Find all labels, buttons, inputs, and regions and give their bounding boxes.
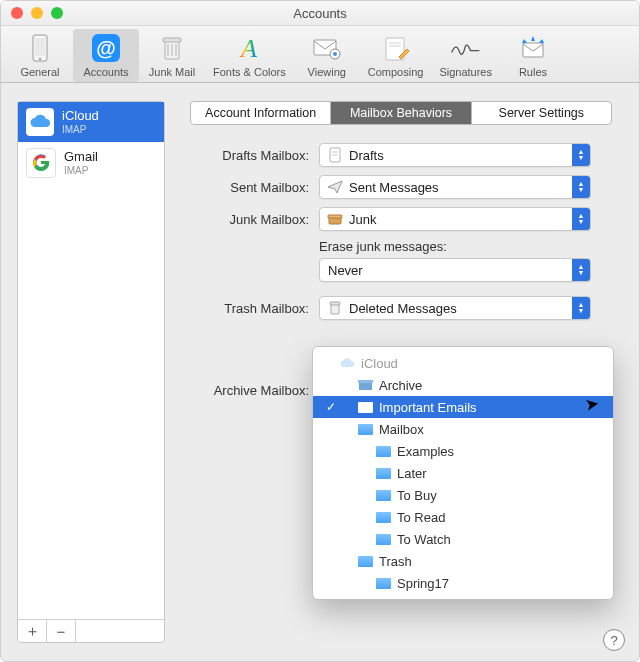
- account-tabs: Account Information Mailbox Behaviors Se…: [190, 101, 612, 125]
- remove-account-button[interactable]: −: [47, 620, 76, 642]
- tab-viewing[interactable]: Viewing: [294, 29, 360, 82]
- archive-mailbox-dropdown: iCloud Archive ✓ Important Emails Mailbo…: [312, 346, 614, 600]
- folder-icon: [375, 443, 391, 459]
- dropdown-item-examples[interactable]: Examples: [313, 440, 613, 462]
- dropdown-item-trash[interactable]: Trash: [313, 550, 613, 572]
- updown-arrows-icon: ▲▼: [572, 176, 590, 198]
- window-title: Accounts: [1, 6, 639, 21]
- drafts-mailbox-popup[interactable]: Drafts ▲▼: [319, 143, 591, 167]
- google-icon: [26, 148, 56, 178]
- dropdown-item-important-emails[interactable]: ✓ Important Emails: [313, 396, 613, 418]
- svg-rect-27: [328, 215, 342, 218]
- dropdown-item-archive[interactable]: Archive: [313, 374, 613, 396]
- preferences-toolbar: General @ Accounts Junk Mail A Fonts & C…: [1, 26, 639, 83]
- help-button[interactable]: ?: [603, 629, 625, 651]
- junk-box-icon: [326, 210, 344, 228]
- sidebar-footer: ＋ −: [18, 619, 164, 642]
- accounts-sidebar: iCloud IMAP Gmail IMAP ＋ −: [17, 101, 165, 643]
- checkmark-icon: ✓: [323, 400, 339, 414]
- accounts-list: iCloud IMAP Gmail IMAP: [18, 102, 164, 619]
- account-detail-panel: Account Information Mailbox Behaviors Se…: [179, 101, 623, 643]
- account-type: IMAP: [62, 124, 99, 135]
- updown-arrows-icon: ▲▼: [572, 297, 590, 319]
- junk-label: Junk Mailbox:: [179, 212, 319, 227]
- phone-icon: [23, 31, 57, 65]
- folder-icon: [357, 399, 373, 415]
- tab-composing[interactable]: Composing: [360, 29, 432, 82]
- svg-rect-29: [330, 302, 340, 305]
- tab-general[interactable]: General: [7, 29, 73, 82]
- updown-arrows-icon: ▲▼: [572, 144, 590, 166]
- tab-fonts-colors[interactable]: A Fonts & Colors: [205, 29, 294, 82]
- svg-marker-21: [539, 39, 544, 43]
- account-type: IMAP: [64, 165, 98, 176]
- junk-mailbox-popup[interactable]: Junk ▲▼: [319, 207, 591, 231]
- sent-label: Sent Mailbox:: [179, 180, 319, 195]
- svg-rect-31: [358, 380, 373, 383]
- svg-marker-19: [531, 36, 535, 41]
- at-sign-icon: @: [89, 31, 123, 65]
- svg-point-13: [333, 52, 337, 56]
- account-name: iCloud: [62, 109, 99, 123]
- svg-text:A: A: [239, 34, 257, 63]
- content-area: iCloud IMAP Gmail IMAP ＋ −: [1, 83, 639, 661]
- dropdown-item-mailbox[interactable]: Mailbox: [313, 418, 613, 440]
- envelope-eye-icon: [310, 31, 344, 65]
- document-icon: [326, 146, 344, 164]
- tab-account-information[interactable]: Account Information: [191, 102, 331, 124]
- folder-icon: [375, 487, 391, 503]
- folder-icon: [375, 575, 391, 591]
- folder-icon: [375, 465, 391, 481]
- trash-bin-icon: [155, 31, 189, 65]
- dropdown-item-to-watch[interactable]: To Watch: [313, 528, 613, 550]
- updown-arrows-icon: ▲▼: [572, 259, 590, 281]
- archive-label: Archive Mailbox:: [179, 383, 319, 398]
- archive-box-icon: [357, 377, 373, 393]
- account-name: Gmail: [64, 150, 98, 164]
- cloud-icon: [339, 355, 355, 371]
- rules-icon: [516, 31, 550, 65]
- tab-mailbox-behaviors[interactable]: Mailbox Behaviors: [331, 102, 471, 124]
- trash-can-icon: [326, 299, 344, 317]
- tab-junk-mail[interactable]: Junk Mail: [139, 29, 205, 82]
- tab-accounts[interactable]: @ Accounts: [73, 29, 139, 82]
- signature-icon: [449, 31, 483, 65]
- tab-signatures[interactable]: Signatures: [431, 29, 500, 82]
- erase-junk-popup[interactable]: Never ▲▼: [319, 258, 591, 282]
- account-item-icloud[interactable]: iCloud IMAP: [18, 102, 164, 142]
- sent-mailbox-popup[interactable]: Sent Messages ▲▼: [319, 175, 591, 199]
- tab-rules[interactable]: Rules: [500, 29, 566, 82]
- trash-mailbox-popup[interactable]: Deleted Messages ▲▼: [319, 296, 591, 320]
- updown-arrows-icon: ▲▼: [572, 208, 590, 230]
- svg-rect-1: [35, 38, 45, 56]
- svg-rect-6: [163, 38, 181, 42]
- trash-label: Trash Mailbox:: [179, 301, 319, 316]
- account-item-gmail[interactable]: Gmail IMAP: [18, 142, 164, 184]
- svg-text:@: @: [96, 37, 116, 59]
- svg-marker-25: [328, 181, 342, 193]
- svg-marker-20: [522, 39, 527, 43]
- folder-icon: [375, 531, 391, 547]
- font-icon: A: [232, 31, 266, 65]
- erase-junk-label: Erase junk messages:: [319, 239, 623, 254]
- dropdown-item-to-buy[interactable]: To Buy: [313, 484, 613, 506]
- dropdown-root: iCloud: [313, 352, 613, 374]
- dropdown-item-later[interactable]: Later: [313, 462, 613, 484]
- cloud-icon: [26, 108, 54, 136]
- folder-icon: [357, 553, 373, 569]
- folder-icon: [357, 421, 373, 437]
- preferences-window: Accounts General @ Accounts Junk Mail A …: [0, 0, 640, 662]
- compose-icon: [379, 31, 413, 65]
- title-bar: Accounts: [1, 1, 639, 26]
- dropdown-item-to-read[interactable]: To Read: [313, 506, 613, 528]
- tab-server-settings[interactable]: Server Settings: [472, 102, 611, 124]
- svg-point-2: [39, 58, 41, 60]
- add-account-button[interactable]: ＋: [18, 620, 47, 642]
- folder-icon: [375, 509, 391, 525]
- dropdown-item-spring17[interactable]: Spring17: [313, 572, 613, 594]
- svg-rect-18: [523, 43, 543, 57]
- paper-plane-icon: [326, 178, 344, 196]
- drafts-label: Drafts Mailbox:: [179, 148, 319, 163]
- svg-rect-30: [359, 382, 372, 390]
